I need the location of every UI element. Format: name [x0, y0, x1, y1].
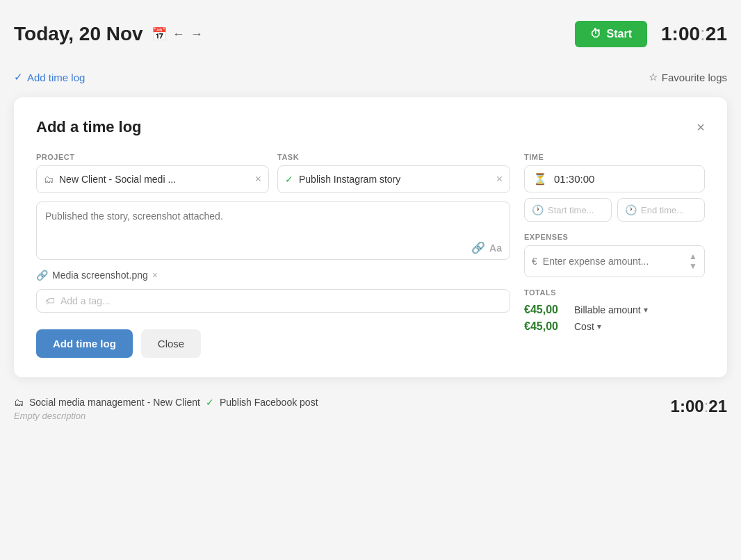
- log-entry-description: Empty description: [14, 411, 318, 421]
- notes-icons: 🔗 Aa: [471, 241, 502, 254]
- next-day-icon[interactable]: →: [190, 27, 203, 42]
- spinner-up[interactable]: ▲: [689, 252, 697, 261]
- end-time-placeholder: End time...: [641, 205, 684, 215]
- tag-placeholder: Add a tag...: [60, 295, 111, 306]
- hourglass-icon: ⏳: [533, 172, 547, 186]
- close-button[interactable]: Close: [141, 329, 201, 358]
- briefcase-icon: 🗂: [44, 174, 54, 185]
- cost-row: €45,00 Cost ▾: [524, 320, 705, 333]
- start-time-input[interactable]: 🕐 Start time...: [524, 198, 612, 222]
- modal-left: PROJECT 🗂 New Client - Social medi ... ×…: [36, 153, 510, 358]
- project-value: New Client - Social medi ...: [59, 174, 250, 185]
- project-field: PROJECT 🗂 New Client - Social medi ... ×: [36, 153, 269, 193]
- notes-wrapper: 🔗 Aa: [36, 201, 510, 263]
- time-input[interactable]: [554, 173, 696, 185]
- paperclip-icon: 🔗: [36, 270, 48, 281]
- spinner-down[interactable]: ▼: [689, 261, 697, 271]
- add-time-log-link[interactable]: ✓ Add time log: [14, 71, 85, 83]
- header-timer: 1:00:21: [661, 23, 727, 45]
- expenses-label: EXPENSES: [524, 233, 705, 241]
- cost-dropdown-icon[interactable]: ▾: [597, 322, 601, 331]
- project-label: PROJECT: [36, 153, 269, 161]
- project-input[interactable]: 🗂 New Client - Social medi ... ×: [36, 165, 269, 193]
- time-label: TIME: [524, 153, 705, 161]
- totals-label: TOTALS: [524, 288, 705, 297]
- cost-label: Cost ▾: [574, 321, 601, 332]
- attach-icon: 🔗: [471, 241, 485, 254]
- modal-header: Add a time log ×: [36, 118, 705, 136]
- task-value: Publish Instagram story: [299, 174, 491, 185]
- notes-textarea[interactable]: [36, 201, 510, 260]
- log-task: Publish Facebook post: [220, 397, 318, 408]
- favourite-logs-link[interactable]: ☆ Favourite logs: [649, 71, 727, 83]
- modal-body: PROJECT 🗂 New Client - Social medi ... ×…: [36, 153, 705, 358]
- modal-close-button[interactable]: ×: [697, 120, 705, 134]
- project-task-row: PROJECT 🗂 New Client - Social medi ... ×…: [36, 153, 510, 193]
- header-left: Today, 20 Nov 📅 ← →: [14, 23, 203, 45]
- add-time-log-button[interactable]: Add time log: [36, 329, 133, 358]
- time-row: 🕐 Start time... 🕐 End time...: [524, 198, 705, 222]
- project-clear-button[interactable]: ×: [255, 173, 261, 186]
- header: Today, 20 Nov 📅 ← → ⏱ Start 1:00:21: [14, 14, 727, 54]
- expense-input[interactable]: [543, 256, 683, 267]
- log-project: Social media management - New Client: [29, 397, 200, 408]
- date-title: Today, 20 Nov: [14, 23, 143, 45]
- modal-card: Add a time log × PROJECT 🗂 New Client - …: [14, 97, 727, 377]
- task-check-icon: ✓: [285, 174, 293, 185]
- log-timer: 1:00:21: [671, 397, 727, 416]
- start-time-placeholder: Start time...: [548, 205, 594, 215]
- check-icon: ✓: [14, 71, 23, 83]
- clock-icon-start: 🕐: [532, 204, 544, 215]
- billable-row: €45,00 Billable amount ▾: [524, 304, 705, 316]
- format-icon: Aa: [489, 242, 502, 254]
- action-row: Add time log Close: [36, 329, 510, 358]
- log-entry-left: 🗂 Social media management - New Client ✓…: [14, 397, 318, 421]
- time-input-box[interactable]: ⏳: [524, 165, 705, 192]
- log-entry: 🗂 Social media management - New Client ✓…: [14, 394, 727, 424]
- task-field: TASK ✓ Publish Instagram story ×: [277, 153, 510, 193]
- prev-day-icon[interactable]: ←: [172, 27, 185, 42]
- calendar-icon[interactable]: 📅: [152, 26, 167, 42]
- timer-icon: ⏱: [590, 28, 601, 40]
- attachment-remove-button[interactable]: ×: [152, 270, 158, 281]
- header-icons: 📅 ← →: [152, 26, 203, 42]
- attachment-name: Media screenshot.png: [52, 270, 148, 281]
- end-time-input[interactable]: 🕐 End time...: [617, 198, 705, 222]
- billable-amount: €45,00: [524, 304, 566, 316]
- log-entry-top: 🗂 Social media management - New Client ✓…: [14, 397, 318, 408]
- clock-icon-end: 🕐: [625, 204, 637, 215]
- start-button[interactable]: ⏱ Start: [575, 21, 647, 47]
- billable-label: Billable amount ▾: [574, 304, 648, 315]
- attachment-row: 🔗 Media screenshot.png ×: [36, 270, 510, 281]
- billable-dropdown-icon[interactable]: ▾: [644, 305, 648, 315]
- star-icon: ☆: [649, 71, 658, 83]
- log-check-icon: ✓: [206, 397, 214, 408]
- tag-icon: 🏷: [45, 295, 55, 306]
- log-briefcase-icon: 🗂: [14, 397, 24, 408]
- modal-right: TIME ⏳ 🕐 Start time... 🕐 End time... EXP…: [524, 153, 705, 358]
- task-label: TASK: [277, 153, 510, 161]
- modal-title: Add a time log: [36, 118, 142, 136]
- euro-icon: €: [532, 256, 537, 267]
- toolbar: ✓ Add time log ☆ Favourite logs: [14, 71, 727, 83]
- spinner-arrows[interactable]: ▲ ▼: [689, 252, 697, 271]
- cost-amount: €45,00: [524, 320, 566, 333]
- tag-input[interactable]: 🏷 Add a tag...: [36, 289, 510, 313]
- expense-input-box: € ▲ ▼: [524, 245, 705, 277]
- task-input[interactable]: ✓ Publish Instagram story ×: [277, 165, 510, 193]
- task-clear-button[interactable]: ×: [496, 173, 503, 186]
- header-right: ⏱ Start 1:00:21: [575, 21, 727, 47]
